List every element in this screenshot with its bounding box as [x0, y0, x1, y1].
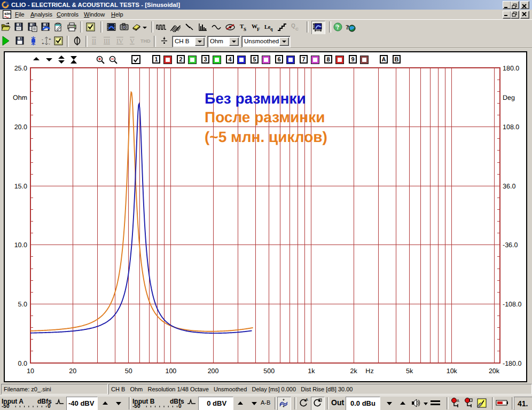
svg-text:20.0: 20.0 — [14, 123, 27, 131]
svg-text:IV: IV — [116, 37, 123, 45]
svg-text:Ohm: Ohm — [13, 94, 27, 101]
svg-text:25.0: 25.0 — [14, 65, 27, 72]
svg-text:0: 0 — [48, 403, 51, 409]
svg-text:(~5 млн. циклов): (~5 млн. циклов) — [205, 129, 327, 145]
svg-text:0: 0 — [178, 403, 182, 409]
svg-text:sin: sin — [4, 11, 11, 16]
svg-text:5k: 5k — [406, 367, 413, 375]
svg-text:180.0: 180.0 — [503, 65, 519, 72]
svg-text:15.0: 15.0 — [14, 183, 27, 190]
svg-text:20k: 20k — [489, 367, 500, 375]
svg-text:?: ? — [346, 23, 349, 31]
svg-text:0.0: 0.0 — [18, 360, 27, 367]
svg-text:10: 10 — [27, 367, 34, 375]
svg-text:?: ? — [337, 23, 340, 31]
svg-text:108.0: 108.0 — [503, 123, 519, 131]
svg-text:5.0: 5.0 — [18, 301, 27, 308]
svg-text:500: 500 — [263, 367, 275, 375]
svg-text:III: III — [104, 37, 110, 45]
svg-text:A: A — [306, 398, 308, 401]
svg-text:S: S — [244, 27, 246, 32]
svg-text:Le: Le — [264, 24, 271, 30]
svg-text:-180.0: -180.0 — [503, 360, 521, 367]
svg-text:10k: 10k — [447, 367, 458, 375]
svg-text:-108.0: -108.0 — [503, 301, 521, 308]
svg-text:V: V — [130, 37, 135, 45]
svg-text:2k: 2k — [350, 367, 357, 375]
svg-text:-50: -50 — [132, 403, 140, 409]
svg-text:A: A — [457, 399, 459, 403]
svg-text:Q: Q — [291, 23, 295, 29]
svg-text:20: 20 — [69, 367, 76, 375]
svg-text:F: F — [257, 27, 260, 32]
svg-text:50: 50 — [125, 367, 132, 375]
svg-text:II: II — [92, 37, 96, 45]
svg-text:-36.0: -36.0 — [503, 241, 518, 249]
svg-text:После разминки: После разминки — [205, 109, 325, 125]
svg-text:200: 200 — [208, 367, 219, 375]
svg-text:-: - — [49, 41, 50, 46]
svg-text:THD: THD — [140, 38, 151, 44]
svg-text:100: 100 — [165, 367, 176, 375]
svg-text:Hz: Hz — [365, 367, 373, 375]
svg-text:Deg: Deg — [503, 94, 515, 101]
svg-text:C: C — [295, 27, 299, 31]
svg-text:-50: -50 — [2, 403, 10, 409]
svg-text:+: + — [42, 41, 44, 46]
svg-text:1k: 1k — [308, 367, 315, 375]
svg-text:10.0: 10.0 — [14, 241, 27, 249]
svg-text:36.0: 36.0 — [503, 183, 515, 190]
svg-text:Без разминки: Без разминки — [205, 90, 306, 107]
svg-text:q: q — [270, 27, 273, 31]
